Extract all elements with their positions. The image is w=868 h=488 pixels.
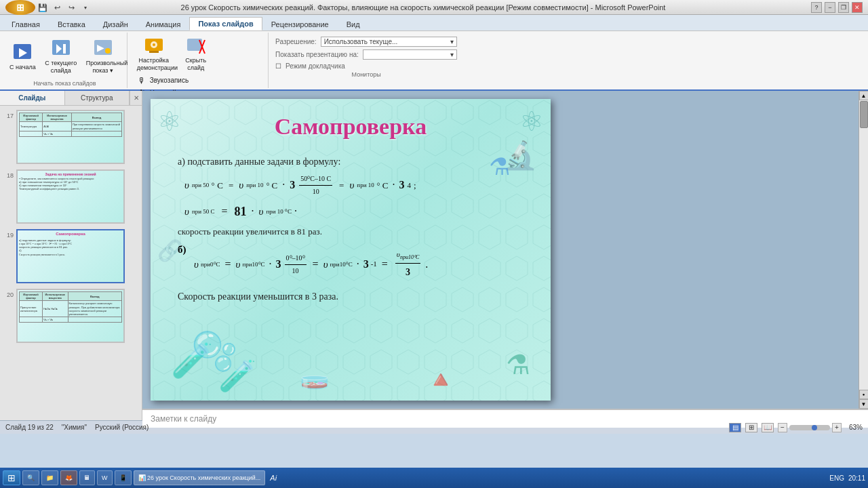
scroll-down2-btn[interactable]: ▼ — [859, 399, 869, 409]
slide-preview-19: Самопроверка а) подставить данные задачи… — [16, 229, 125, 283]
restore-btn[interactable]: ❐ — [838, 2, 849, 13]
tab-outline[interactable]: Структура — [65, 91, 130, 105]
status-right: ▤ ⊞ 📖 − + 63% — [729, 423, 863, 432]
tab-review[interactable]: Рецензирование — [262, 17, 338, 30]
slide-thumb-20[interactable]: 20 Изучаемый факторИспользуемые вещества… — [3, 287, 139, 344]
record-btn[interactable]: 🎙 Звукозапись — [134, 75, 264, 87]
formula-a1-dot2: · — [392, 176, 395, 195]
panel-close-btn[interactable]: ✕ — [130, 91, 142, 105]
formula-a1-v2: υ — [239, 176, 243, 195]
office-button[interactable]: ⊞ — [5, 0, 35, 15]
tab-design[interactable]: Дизайн — [94, 17, 137, 30]
resolution-row: Разрешение: Использовать текуще... ▾ — [275, 37, 457, 47]
fb-v1: υ — [194, 256, 199, 274]
quick-access-toolbar: 💾 ↩ ↪ ▾ — [37, 1, 92, 14]
slide-num-17: 17 — [4, 110, 14, 119]
start-button[interactable]: ⊞ — [3, 470, 20, 485]
slide-preview-17: Изучаемый факторИспользуемые веществаВыв… — [16, 110, 125, 164]
slide-sorter-btn[interactable]: ⊞ — [745, 423, 757, 432]
setup-demo-btn[interactable]: Настройка демонстрации — [134, 34, 174, 73]
hide-slide-btn[interactable]: Скрыть слайд — [176, 34, 216, 73]
taskbar-ai-label: Ai — [270, 474, 277, 482]
zoom-slider[interactable] — [789, 425, 830, 430]
zoom-level: 63% — [844, 424, 863, 431]
tab-view[interactable]: Вид — [338, 17, 369, 30]
formula-a2-sub2: при 10 ⁰C — [266, 206, 292, 217]
reading-view-btn[interactable]: 📖 — [762, 423, 774, 432]
taskbar-word[interactable]: W — [97, 470, 113, 485]
fb-3: 3 — [276, 255, 281, 274]
hide-slide-icon — [185, 35, 207, 57]
zoom-out-btn[interactable]: − — [778, 423, 787, 432]
slide-canvas: ⚛ ⚛ 🧪 🧪 🔬 ⚗ 🧫 🫧 🔺 ⚗ 🔗 — [151, 99, 551, 401]
zoom-in-btn[interactable]: + — [832, 423, 842, 432]
tab-home[interactable]: Главная — [3, 17, 49, 30]
formula-a1-deg2: ⁰ — [267, 180, 269, 192]
language: Русский (Россия) — [95, 424, 149, 431]
taskbar-powerpoint[interactable]: 📊 26 урок Скорость химических реакций... — [134, 470, 266, 485]
fb-v2: υ — [236, 256, 241, 274]
formula-a1-34: 3 — [399, 176, 404, 195]
from-start-label: С начала — [9, 64, 36, 71]
slide-info: Слайд 19 из 22 — [5, 424, 54, 431]
custom-show-label: Произвольный показ ▾ — [86, 60, 120, 75]
slide-line-b2: Скорость реакции уменьшится в 3 раза. — [178, 291, 524, 302]
taskbar-firefox[interactable]: 🦊 — [60, 470, 77, 485]
from-start-btn[interactable]: С начала — [7, 41, 39, 73]
scroll-down-btn[interactable]: ● — [859, 390, 869, 399]
from-start-icon — [12, 42, 33, 64]
save-qa-btn[interactable]: 💾 — [37, 1, 49, 14]
formula-a1-c1: C — [217, 178, 223, 193]
tab-slides[interactable]: Слайды — [0, 91, 65, 105]
formula-a2-dot2: · — [294, 202, 297, 222]
show-on-label: Показать презентацию на: — [275, 51, 359, 58]
slide-thumb-18[interactable]: 18 Задача на применение знаний • Определ… — [3, 168, 139, 225]
slide-panel: Слайды Структура ✕ 17 Изучаемый факторИс… — [0, 91, 142, 420]
undo-qa-btn[interactable]: ↩ — [51, 1, 63, 14]
formula-a1-sub1: при 50 — [192, 180, 209, 190]
tab-slideshow[interactable]: Показ слайдов — [189, 17, 262, 30]
from-current-label: С текущего слайда — [44, 60, 78, 75]
show-on-dropdown[interactable]: ▾ — [363, 49, 457, 60]
custom-show-btn[interactable]: ▶ Произвольный показ ▾ — [83, 37, 123, 76]
tab-insert[interactable]: Вставка — [49, 17, 94, 30]
from-current-btn[interactable]: С текущего слайда — [41, 37, 81, 76]
presenter-mode-checkbox[interactable]: ☐ — [275, 62, 281, 70]
fb-sub1: при0⁰С — [201, 259, 220, 270]
scroll-track[interactable] — [859, 100, 868, 390]
scroll-up-btn[interactable]: ▲ — [859, 91, 869, 100]
fb-eq3: = — [382, 255, 388, 274]
resolution-dropdown[interactable]: Использовать текуще... ▾ — [321, 37, 457, 47]
theme-name: "Химия" — [62, 424, 87, 431]
right-scrollbar[interactable]: ▲ ● ▼ — [859, 91, 868, 409]
ribbon-group-setup: Настройка демонстрации Скрыть слайд 🎙 Зв… — [130, 33, 269, 88]
taskbar-explorer[interactable]: 📁 — [41, 470, 58, 485]
svg-point-11 — [153, 43, 155, 46]
redo-qa-btn[interactable]: ↪ — [65, 1, 77, 14]
fb-dot1: · — [269, 255, 272, 274]
slide-body: а) подставить данные задачи в формулу: υ… — [178, 157, 524, 387]
canvas-area[interactable]: ⚛ ⚛ 🧪 🧪 🔬 ⚗ 🧫 🫧 🔺 ⚗ 🔗 — [142, 91, 859, 409]
taskbar-whatsapp[interactable]: 📱 — [115, 470, 132, 485]
slide-thumb-19[interactable]: 19 Самопроверка а) подставить данные зад… — [3, 228, 139, 285]
svg-rect-2 — [52, 40, 70, 55]
taskbar-calc[interactable]: 🖩 — [79, 470, 95, 485]
status-left: Слайд 19 из 22 "Химия" Русский (Россия) — [5, 424, 149, 431]
normal-view-btn[interactable]: ▤ — [729, 423, 741, 432]
help-btn[interactable]: ? — [811, 2, 822, 13]
formula-a1-deg3: ⁰ — [377, 180, 380, 192]
formula-block-a: υ при 50 ⁰ C = υ при 10 ⁰ C · 3 — [184, 173, 524, 222]
slide-thumb-17[interactable]: 17 Изучаемый факторИспользуемые вещества… — [3, 108, 139, 165]
tab-animation[interactable]: Анимация — [137, 17, 190, 30]
close-btn[interactable]: ✕ — [852, 2, 863, 13]
slides-list[interactable]: 17 Изучаемый факторИспользуемые вещества… — [0, 106, 142, 420]
ribbon-tabs: Главная Вставка Дизайн Анимация Показ сл… — [0, 15, 868, 31]
scroll-thumb[interactable] — [860, 101, 868, 128]
formula-a2-v1: υ — [184, 203, 189, 221]
formula-a1-v1: υ — [184, 176, 189, 195]
fb-dot2: · — [357, 255, 359, 274]
custom-show-icon: ▶ — [92, 38, 114, 60]
minimize-btn[interactable]: − — [825, 2, 835, 13]
qa-dropdown[interactable]: ▾ — [79, 1, 92, 14]
taskbar-search[interactable]: 🔍 — [22, 470, 39, 485]
